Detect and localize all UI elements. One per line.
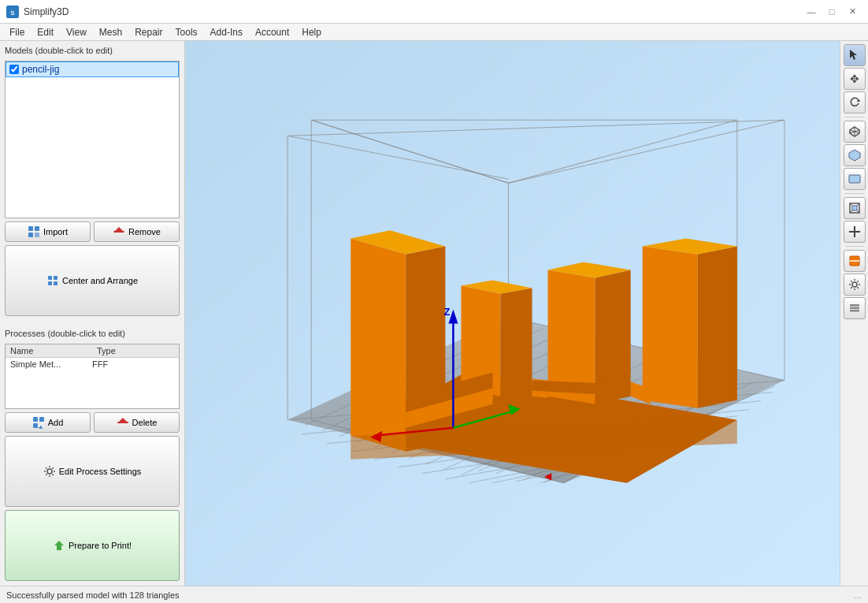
svg-marker-71 bbox=[500, 288, 532, 396]
settings-view-button[interactable] bbox=[844, 274, 866, 296]
app-title: Simplify3D bbox=[24, 6, 802, 17]
process-name: Simple Met... bbox=[10, 359, 92, 369]
svg-rect-16 bbox=[39, 427, 43, 429]
svg-point-112 bbox=[852, 282, 857, 287]
prepare-label: Prepare to Print! bbox=[69, 541, 132, 550]
models-list: pencil-jig bbox=[5, 61, 180, 218]
svg-rect-14 bbox=[33, 423, 38, 428]
svg-marker-20 bbox=[54, 541, 64, 550]
maximize-button[interactable]: □ bbox=[822, 4, 841, 20]
table-row[interactable]: Simple Met... FFF bbox=[6, 358, 179, 370]
svg-rect-6 bbox=[113, 231, 124, 233]
svg-marker-7 bbox=[115, 227, 123, 231]
close-button[interactable]: ✕ bbox=[843, 4, 862, 20]
add-delete-row: Add Delete bbox=[5, 412, 180, 433]
toolbar-sep-2 bbox=[845, 193, 864, 194]
main-layout: Models (double-click to edit) pencil-jig… bbox=[0, 41, 868, 586]
viewport[interactable]: Z ◀ bbox=[185, 41, 840, 586]
center-arrange-label: Center and Arrange bbox=[62, 276, 138, 285]
menu-mesh[interactable]: Mesh bbox=[93, 24, 128, 40]
statusbar: Successfully parsed model with 128 trian… bbox=[0, 586, 868, 603]
right-toolbar: ✥ bbox=[840, 41, 868, 586]
model-name: pencil-jig bbox=[22, 64, 59, 75]
titlebar: S Simplify3D — □ ✕ bbox=[0, 0, 868, 24]
svg-rect-101 bbox=[849, 175, 860, 183]
menu-account[interactable]: Account bbox=[249, 24, 295, 40]
status-scroll: ... bbox=[855, 590, 862, 600]
menu-addins[interactable]: Add-Ins bbox=[204, 24, 249, 40]
perspective-button[interactable] bbox=[844, 197, 866, 219]
models-section-title: Models (double-click to edit) bbox=[5, 46, 180, 55]
processes-list: Name Type Simple Met... FFF bbox=[5, 344, 180, 408]
process-type: FFF bbox=[92, 359, 174, 369]
processes-section-title: Processes (double-click to edit) bbox=[5, 329, 180, 338]
menu-help[interactable]: Help bbox=[295, 24, 328, 40]
center-arrange-icon bbox=[46, 274, 59, 287]
svg-rect-5 bbox=[35, 233, 39, 237]
svg-marker-79 bbox=[643, 246, 698, 408]
remove-button[interactable]: Remove bbox=[94, 221, 180, 242]
add-label: Add bbox=[48, 418, 64, 427]
import-remove-row: Import Remove bbox=[5, 221, 180, 242]
model-checkbox[interactable] bbox=[9, 65, 19, 74]
edit-process-button[interactable]: Edit Process Settings bbox=[5, 436, 180, 507]
zoom-tool-button[interactable] bbox=[844, 221, 866, 243]
import-icon bbox=[28, 225, 40, 238]
remove-label: Remove bbox=[128, 227, 161, 236]
import-button[interactable]: Import bbox=[5, 221, 91, 242]
svg-rect-11 bbox=[54, 281, 57, 285]
svg-marker-93 bbox=[850, 50, 857, 60]
svg-rect-114 bbox=[850, 307, 859, 310]
svg-text:✥: ✥ bbox=[850, 73, 859, 85]
menu-tools[interactable]: Tools bbox=[169, 24, 204, 40]
delete-process-button[interactable]: Delete bbox=[94, 412, 180, 433]
minimize-button[interactable]: — bbox=[802, 4, 821, 20]
app-icon: S bbox=[6, 6, 19, 18]
left-panel: Models (double-click to edit) pencil-jig… bbox=[0, 41, 185, 586]
rotate-tool-button[interactable] bbox=[844, 91, 866, 114]
svg-rect-113 bbox=[850, 304, 859, 307]
toolbar-sep-1 bbox=[845, 117, 864, 117]
svg-marker-18 bbox=[119, 418, 127, 422]
edit-process-label: Edit Process Settings bbox=[59, 467, 142, 476]
col-type: Type bbox=[92, 344, 179, 357]
svg-rect-115 bbox=[850, 310, 859, 312]
status-message: Successfully parsed model with 128 trian… bbox=[6, 590, 180, 600]
svg-text:S: S bbox=[10, 9, 15, 17]
center-arrange-button[interactable]: Center and Arrange bbox=[5, 245, 180, 316]
delete-label: Delete bbox=[132, 418, 158, 427]
remove-icon bbox=[113, 225, 125, 238]
edit-process-icon bbox=[43, 465, 56, 478]
window-controls: — □ ✕ bbox=[802, 4, 862, 20]
menubar: File Edit View Mesh Repair Tools Add-Ins… bbox=[0, 24, 868, 41]
isometric-view-button[interactable] bbox=[844, 121, 866, 143]
front-view-button[interactable] bbox=[844, 168, 866, 190]
col-name: Name bbox=[6, 344, 92, 357]
list-item[interactable]: pencil-jig bbox=[6, 61, 179, 77]
svg-rect-2 bbox=[28, 226, 33, 231]
top-view-button[interactable] bbox=[844, 144, 866, 166]
menu-view[interactable]: View bbox=[60, 24, 93, 40]
delete-icon bbox=[117, 416, 129, 429]
menu-file[interactable]: File bbox=[3, 24, 31, 40]
select-tool-button[interactable] bbox=[844, 44, 866, 66]
move-tool-button[interactable]: ✥ bbox=[844, 68, 866, 90]
svg-rect-17 bbox=[117, 422, 128, 423]
svg-rect-8 bbox=[48, 276, 52, 280]
scene-svg: Z ◀ bbox=[185, 41, 840, 586]
prepare-to-print-button[interactable]: Prepare to Print! bbox=[5, 510, 180, 581]
import-label: Import bbox=[43, 227, 68, 236]
menu-edit[interactable]: Edit bbox=[31, 24, 60, 40]
svg-rect-13 bbox=[39, 417, 44, 422]
svg-marker-100 bbox=[849, 150, 860, 161]
cross-section-button[interactable] bbox=[844, 250, 866, 272]
svg-marker-80 bbox=[698, 246, 737, 408]
svg-rect-9 bbox=[54, 276, 57, 280]
menu-repair[interactable]: Repair bbox=[128, 24, 169, 40]
svg-rect-12 bbox=[33, 417, 38, 422]
svg-rect-10 bbox=[48, 281, 52, 285]
processes-header: Name Type bbox=[6, 344, 179, 358]
layers-view-button[interactable] bbox=[844, 297, 866, 319]
add-process-button[interactable]: Add bbox=[5, 412, 91, 433]
svg-point-19 bbox=[47, 469, 52, 474]
